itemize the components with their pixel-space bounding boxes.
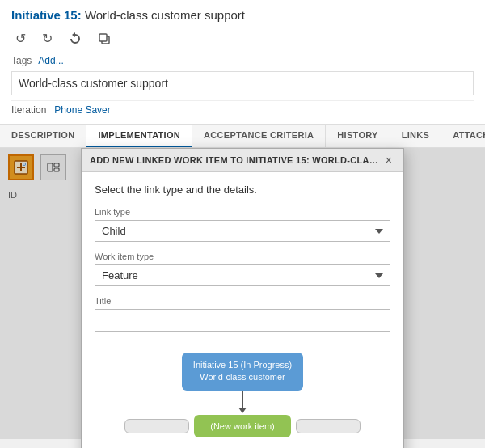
- link-type-label: Link type: [95, 207, 390, 217]
- redo-button[interactable]: ↻: [38, 28, 57, 49]
- tab-acceptance[interactable]: Acceptance Criteria: [192, 125, 326, 147]
- diagram-source-line1: Initiative 15 (In Progress): [193, 359, 292, 371]
- diagram-arrow: [238, 391, 247, 415]
- diagram-new-node: (New work item): [194, 415, 291, 437]
- tab-implementation[interactable]: Implementation: [86, 125, 192, 147]
- diagram-area: Initiative 15 (In Progress) World-class …: [95, 344, 390, 448]
- page-title: Initiative 15: World-class customer supp…: [11, 8, 474, 22]
- tab-content: ID ADD NEW LINKED WORK ITEM TO INITIATIV…: [0, 148, 485, 439]
- link-type-select[interactable]: Child Parent Related Successor Predecess…: [95, 220, 390, 242]
- iteration-row: Iteration Phone Saver: [11, 100, 474, 119]
- title-text-input[interactable]: [95, 309, 390, 332]
- title-field-label: Title: [95, 296, 390, 306]
- work-item-type-label: Initiative 15:: [11, 8, 82, 22]
- toolbar: ↺ ↻: [11, 28, 474, 49]
- modal-header: ADD NEW LINKED WORK ITEM TO INITIATIVE 1…: [82, 149, 403, 172]
- diagram-source-line2: World-class customer: [193, 371, 292, 383]
- svg-rect-1: [99, 34, 107, 41]
- modal-title: ADD NEW LINKED WORK ITEM TO INITIATIVE 1…: [90, 155, 382, 165]
- diagram-source-node: Initiative 15 (In Progress) World-class …: [182, 353, 303, 391]
- copy-button[interactable]: [94, 30, 115, 48]
- modal-description: Select the link type and the details.: [95, 184, 390, 196]
- title-input[interactable]: [11, 71, 474, 95]
- tags-row: Tags Add...: [11, 55, 474, 66]
- work-item-type-select[interactable]: Feature Epic Story Bug Task: [95, 264, 390, 286]
- modal-overlay: ADD NEW LINKED WORK ITEM TO INITIATIVE 1…: [0, 148, 485, 439]
- tab-history[interactable]: History: [326, 125, 390, 147]
- work-item-title: World-class customer support: [85, 8, 245, 22]
- arrow-head: [238, 408, 247, 413]
- tab-links[interactable]: Links: [390, 125, 442, 147]
- modal-close-button[interactable]: ×: [382, 154, 395, 166]
- diagram-ghost-left: [124, 419, 189, 433]
- refresh-button[interactable]: [65, 30, 86, 48]
- iteration-value[interactable]: Phone Saver: [54, 104, 110, 116]
- diagram-bottom-row: (New work item): [124, 415, 361, 437]
- work-item-type-label: Work item type: [95, 251, 390, 261]
- tabs-bar: Description Implementation Acceptance Cr…: [0, 125, 485, 148]
- add-linked-item-modal: ADD NEW LINKED WORK ITEM TO INITIATIVE 1…: [81, 148, 404, 448]
- tab-attachments[interactable]: Attach...: [441, 125, 485, 147]
- page-header: Initiative 15: World-class customer supp…: [0, 0, 485, 125]
- undo-button[interactable]: ↺: [11, 28, 30, 49]
- tags-label: Tags: [11, 55, 32, 66]
- tab-description[interactable]: Description: [0, 125, 86, 147]
- tags-add-link[interactable]: Add...: [38, 55, 63, 66]
- arrow-line: [242, 391, 243, 408]
- iteration-label: Iteration: [11, 104, 46, 116]
- diagram-ghost-right: [296, 419, 361, 433]
- modal-body: Select the link type and the details. Li…: [82, 172, 403, 448]
